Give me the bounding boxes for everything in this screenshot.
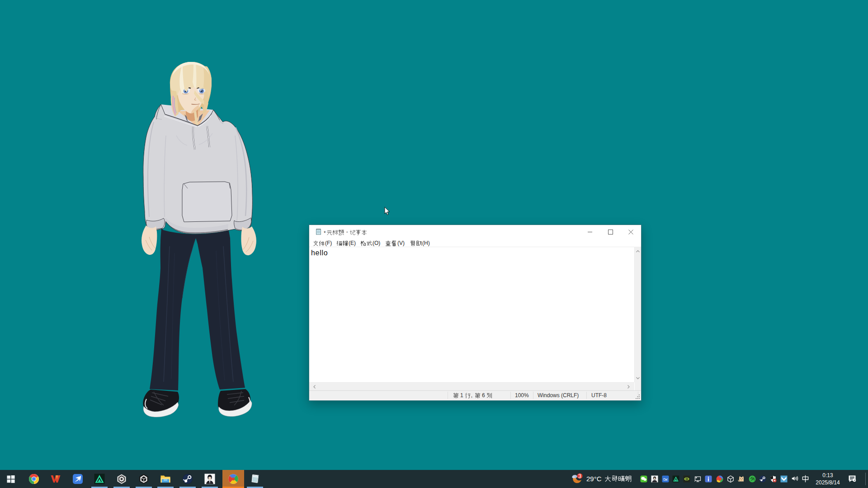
svg-text:3: 3: [578, 473, 581, 479]
